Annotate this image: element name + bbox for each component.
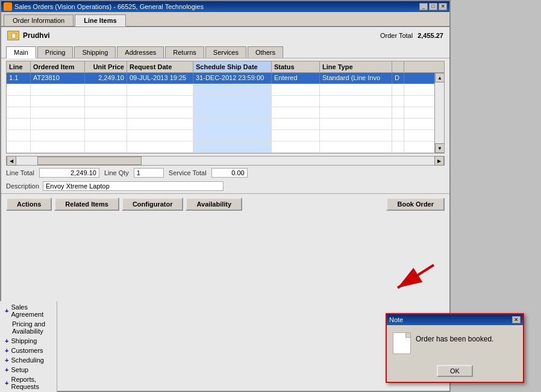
minimize-button[interactable]: _ bbox=[419, 3, 428, 10]
sub-tab-bar: Main Pricing Shipping Addresses Returns … bbox=[1, 44, 449, 58]
order-header: 📋 Prudhvi Order Total 2,455.27 bbox=[1, 27, 449, 44]
line-total-value[interactable]: 2,249.10 bbox=[39, 168, 99, 178]
scroll-spacer bbox=[404, 61, 414, 72]
table-row[interactable] bbox=[7, 96, 444, 107]
note-message: Order has been booked. bbox=[416, 331, 493, 343]
cell-line bbox=[7, 107, 31, 118]
cell-item bbox=[31, 130, 85, 141]
scroll-track bbox=[435, 82, 444, 143]
cell-item bbox=[31, 142, 85, 152]
col-header-item: Ordered Item bbox=[31, 61, 85, 72]
cell-price bbox=[85, 84, 127, 95]
sub-tab-pricing[interactable]: Pricing bbox=[37, 46, 73, 58]
cell-shipdate bbox=[193, 96, 272, 107]
scroll-thumb-h bbox=[37, 157, 142, 165]
cell-extra: D bbox=[392, 73, 404, 84]
nav-item-label: Scheduling bbox=[11, 356, 43, 364]
scroll-left-button[interactable]: ◀ bbox=[7, 156, 16, 166]
tab-order-information[interactable]: Order Information bbox=[4, 14, 73, 26]
table-row[interactable] bbox=[7, 142, 444, 153]
cell-shipdate: 31-DEC-2012 23:59:00 bbox=[193, 73, 272, 84]
nav-item-setup[interactable]: + Setup bbox=[0, 365, 57, 375]
nav-plus-icon: + bbox=[5, 307, 8, 314]
sub-tab-others[interactable]: Others bbox=[248, 46, 283, 58]
sub-tab-addresses[interactable]: Addresses bbox=[117, 46, 164, 58]
nav-item-reports[interactable]: + Reports, Requests bbox=[0, 375, 57, 391]
table-row[interactable]: 1.1 AT23810 2,249.10 09-JUL-2013 19:25 3… bbox=[7, 73, 444, 84]
nav-item-shipping[interactable]: + Shipping bbox=[0, 336, 57, 346]
col-header-extra bbox=[392, 61, 404, 72]
cell-reqdate bbox=[127, 119, 193, 129]
scroll-up-button[interactable]: ▲ bbox=[435, 73, 445, 82]
cell-reqdate bbox=[127, 130, 193, 141]
cell-status bbox=[272, 130, 320, 141]
service-total-value[interactable]: 0.00 bbox=[211, 168, 248, 178]
cell-extra bbox=[392, 142, 404, 152]
col-header-price: Unit Price bbox=[85, 61, 127, 72]
top-tab-bar: Order Information Line Items bbox=[1, 12, 449, 27]
scroll-down-button[interactable]: ▼ bbox=[435, 143, 445, 153]
nav-item-label: Shipping bbox=[11, 337, 37, 344]
sub-tab-services[interactable]: Services bbox=[205, 46, 246, 58]
line-items-table: Line Ordered Item Unit Price Request Dat… bbox=[6, 61, 445, 154]
cell-linetype bbox=[320, 142, 392, 152]
description-value[interactable]: Envoy Xtreme Laptop bbox=[43, 181, 224, 191]
vertical-scrollbar[interactable]: ▲ ▼ bbox=[434, 73, 444, 153]
table-row[interactable] bbox=[7, 107, 444, 119]
line-qty-label: Line Qty bbox=[104, 169, 129, 176]
maximize-button[interactable]: □ bbox=[429, 3, 437, 10]
book-order-button[interactable]: Book Order bbox=[386, 198, 445, 211]
nav-item-scheduling[interactable]: + Scheduling bbox=[0, 355, 57, 365]
sub-tab-returns[interactable]: Returns bbox=[165, 46, 204, 58]
note-footer: OK bbox=[387, 360, 523, 382]
cell-extra bbox=[392, 130, 404, 141]
cell-reqdate bbox=[127, 107, 193, 118]
cell-line bbox=[7, 96, 31, 107]
order-icon: 📋 bbox=[7, 31, 19, 40]
scroll-right-button[interactable]: ▶ bbox=[434, 156, 444, 166]
cell-extra bbox=[392, 107, 404, 118]
scroll-track-h bbox=[16, 157, 434, 165]
availability-button[interactable]: Availability bbox=[186, 198, 242, 211]
table-body: 1.1 AT23810 2,249.10 09-JUL-2013 19:25 3… bbox=[7, 73, 444, 153]
col-header-shipdate: Schedule Ship Date bbox=[193, 61, 272, 72]
col-header-status: Status bbox=[272, 61, 320, 72]
cell-reqdate bbox=[127, 142, 193, 152]
cell-status bbox=[272, 142, 320, 152]
note-close-button[interactable]: ✕ bbox=[512, 316, 521, 323]
cell-reqdate: 09-JUL-2013 19:25 bbox=[127, 73, 193, 84]
table-row[interactable] bbox=[7, 84, 444, 96]
tab-line-items[interactable]: Line Items bbox=[75, 14, 125, 26]
nav-item-sales-agreement[interactable]: + Sales Agreement bbox=[0, 302, 57, 319]
nav-item-customers[interactable]: + Customers bbox=[0, 346, 57, 355]
cell-item bbox=[31, 96, 85, 107]
sub-tab-shipping[interactable]: Shipping bbox=[74, 46, 116, 58]
table-row[interactable] bbox=[7, 119, 444, 130]
cell-extra bbox=[392, 96, 404, 107]
nav-plus-icon: + bbox=[5, 379, 8, 387]
note-ok-button[interactable]: OK bbox=[437, 365, 473, 377]
actions-button[interactable]: Actions bbox=[6, 198, 52, 211]
note-paper-fold bbox=[405, 333, 410, 338]
cell-status bbox=[272, 119, 320, 129]
line-qty-value[interactable]: 1 bbox=[134, 168, 164, 178]
note-dialog: Note ✕ Order has been booked. OK bbox=[386, 313, 524, 383]
close-button[interactable]: ✕ bbox=[439, 3, 447, 10]
configurator-button[interactable]: Configurator bbox=[122, 198, 184, 211]
cell-price bbox=[85, 96, 127, 107]
cell-line bbox=[7, 84, 31, 95]
related-items-button[interactable]: Related Items bbox=[54, 198, 119, 211]
service-total-label: Service Total bbox=[169, 169, 207, 176]
nav-item-pricing[interactable]: Pricing and Availability bbox=[0, 319, 57, 336]
horizontal-scrollbar[interactable]: ◀ ▶ bbox=[6, 156, 445, 166]
nav-plus-icon: + bbox=[5, 356, 8, 364]
cell-shipdate bbox=[193, 84, 272, 95]
nav-item-label: Setup bbox=[11, 366, 28, 373]
nav-item-label: Customers bbox=[11, 347, 43, 354]
col-header-linetype: Line Type bbox=[320, 61, 392, 72]
cell-status: Entered bbox=[272, 73, 320, 84]
sub-tab-main[interactable]: Main bbox=[6, 46, 36, 58]
footer-info: Line Total 2,249.10 Line Qty 1 Service T… bbox=[1, 166, 449, 180]
cell-status bbox=[272, 84, 320, 95]
table-row[interactable] bbox=[7, 130, 444, 142]
